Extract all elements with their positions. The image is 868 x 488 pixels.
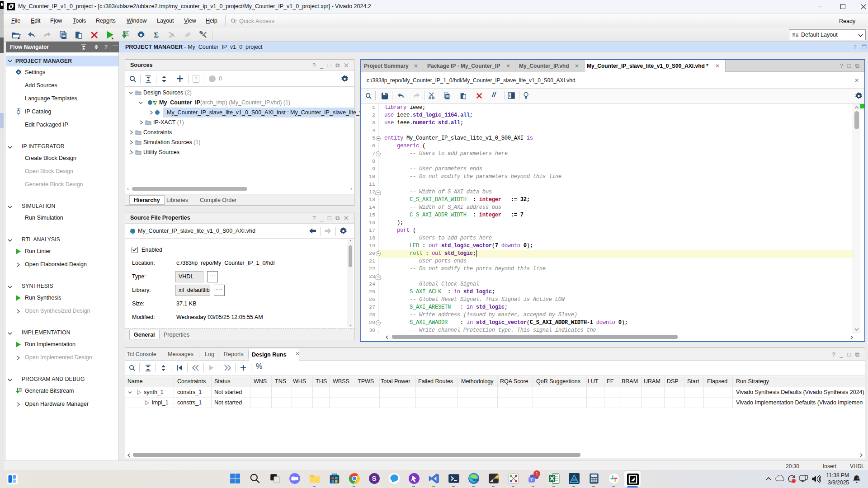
svg-text:Σ: Σ <box>154 31 159 39</box>
svg-text:T: T <box>530 477 533 482</box>
svg-text:10: 10 <box>126 33 129 36</box>
svg-text:z: z <box>857 476 859 479</box>
svg-text:S: S <box>372 474 377 482</box>
svg-text:10: 10 <box>19 390 21 392</box>
